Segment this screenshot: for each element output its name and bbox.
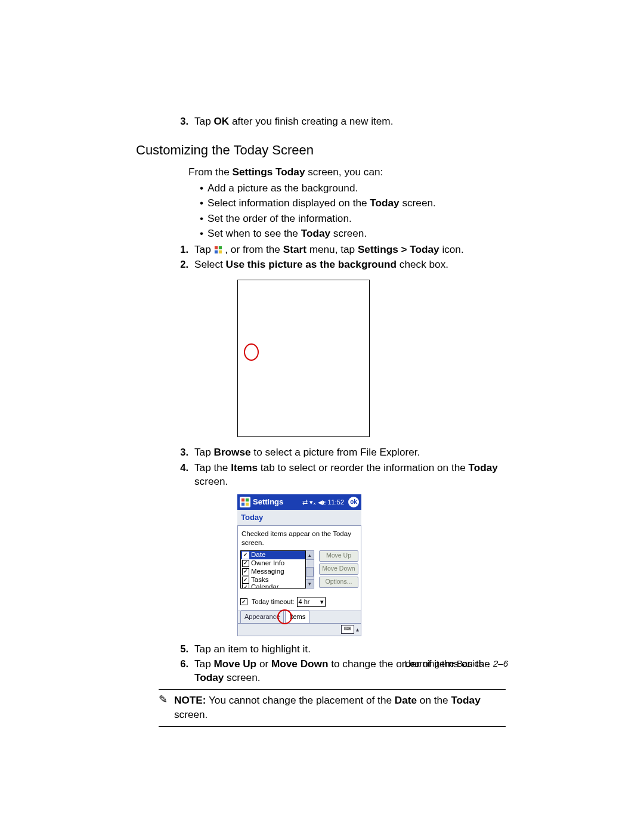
- scrollbar[interactable]: ▴ ▾: [306, 550, 314, 589]
- hint-text: Checked items appear on the Today screen…: [240, 528, 358, 550]
- checkbox-icon[interactable]: ✓: [242, 552, 249, 559]
- list-item: • Set the order of the information.: [196, 212, 506, 225]
- bullet-list: • Add a picture as the background. • Sel…: [196, 181, 506, 240]
- red-circle-annotation: [244, 343, 259, 361]
- chevron-down-icon: ▾: [320, 597, 324, 606]
- signal-icon: ▾ₓ: [309, 498, 316, 507]
- clock-time: 11:52: [327, 498, 344, 507]
- divider: [159, 726, 506, 727]
- svg-rect-6: [242, 503, 244, 506]
- list-item: • Add a picture as the background.: [196, 181, 506, 195]
- move-up-button[interactable]: Move Up: [319, 550, 358, 562]
- menu-up-icon[interactable]: ▴: [356, 625, 359, 634]
- tab-appearance[interactable]: Appearance: [240, 610, 284, 623]
- screen-title: Today: [237, 510, 361, 526]
- wm-bottom-bar: ⌨ ▴: [237, 624, 361, 636]
- checkbox-icon[interactable]: ✓: [242, 568, 249, 575]
- note-icon: ✎: [159, 693, 174, 705]
- wm-title-bar: Settings ⇄ ▾ₓ ◀ᴇ 11:52 ok: [237, 494, 361, 510]
- checkbox-icon[interactable]: ✓: [242, 577, 249, 584]
- keyboard-icon[interactable]: ⌨: [341, 625, 354, 634]
- section-heading: Customizing the Today Screen: [136, 141, 506, 159]
- move-down-button[interactable]: Move Down: [319, 563, 358, 575]
- list-item-tasks[interactable]: ✓ Tasks: [241, 576, 305, 584]
- list-item-messaging[interactable]: ✓ Messaging: [241, 568, 305, 576]
- intro-line: From the Settings Today screen, you can:: [188, 165, 506, 179]
- svg-rect-0: [214, 246, 217, 249]
- svg-rect-3: [218, 250, 221, 253]
- svg-rect-2: [214, 250, 217, 253]
- step-number: 3.: [173, 114, 188, 128]
- app-title: Settings: [253, 497, 283, 507]
- scroll-thumb[interactable]: [306, 567, 314, 577]
- scroll-up-button[interactable]: ▴: [306, 551, 314, 560]
- timeout-checkbox[interactable]: ✓: [240, 598, 247, 605]
- svg-rect-1: [218, 246, 221, 249]
- ok-button[interactable]: ok: [348, 497, 359, 507]
- list-item: • Set when to see the Today screen.: [196, 227, 506, 240]
- scroll-down-button[interactable]: ▾: [306, 579, 314, 588]
- divider: [159, 689, 506, 690]
- list-item: • Select information displayed on the To…: [196, 196, 506, 210]
- step-4: 4. Tap the Items tab to select or reorde…: [173, 461, 506, 488]
- checkbox-icon[interactable]: ✓: [242, 560, 249, 567]
- page-footer: Learning the Basics 2–6: [405, 658, 508, 668]
- speaker-icon: ◀ᴇ: [318, 498, 326, 507]
- list-item-owner-info[interactable]: ✓ Owner Info: [241, 559, 305, 568]
- start-menu-icon[interactable]: [240, 497, 250, 507]
- today-items-listbox[interactable]: ✓ Date ✓ Owner Info ✓ Messaging ✓: [240, 550, 306, 589]
- list-item-calendar[interactable]: ✓ Calendar: [241, 584, 305, 589]
- windows-start-icon: [214, 244, 222, 252]
- svg-rect-7: [246, 503, 249, 506]
- figure-today-items-screenshot: Settings ⇄ ▾ₓ ◀ᴇ 11:52 ok Today Checked …: [237, 494, 361, 636]
- step-3: 3. Tap Browse to select a picture from F…: [173, 445, 506, 459]
- list-item-date[interactable]: ✓ Date: [241, 551, 305, 559]
- step-5: 5. Tap an item to highlight it.: [173, 642, 506, 656]
- step-2: 2. Select Use this picture as the backgr…: [173, 258, 506, 271]
- figure-blank-screenshot: [237, 280, 370, 437]
- timeout-select[interactable]: 4 hr ▾: [297, 597, 326, 607]
- connectivity-icon: ⇄: [302, 498, 308, 507]
- step-1: 1. Tap , or from the Start menu, tap Set…: [173, 243, 506, 256]
- checkbox-icon[interactable]: ✓: [242, 584, 249, 589]
- step-3-top: 3. Tap OK after you finish creating a ne…: [173, 114, 506, 128]
- svg-rect-4: [242, 498, 244, 501]
- timeout-label: Today timeout:: [252, 597, 295, 606]
- note-block: ✎ NOTE: You cannot change the placement …: [159, 693, 506, 721]
- svg-rect-5: [246, 498, 249, 501]
- options-button[interactable]: Options...: [319, 577, 358, 588]
- tab-items[interactable]: Items: [285, 610, 309, 623]
